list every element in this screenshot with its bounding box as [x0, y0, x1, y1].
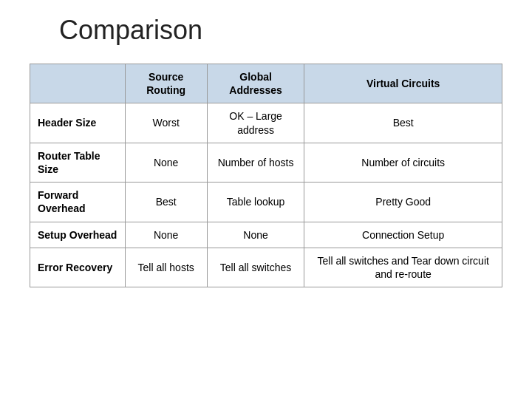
cell-forward-overhead-virtual: Pretty Good — [304, 183, 502, 222]
cell-error-recovery-source: Tell all hosts — [125, 248, 207, 287]
cell-setup-overhead-source: None — [125, 222, 207, 248]
row-label-header-size: Header Size — [30, 103, 126, 143]
page: Comparison Source Routing Global Address… — [0, 0, 532, 399]
cell-header-size-global: OK – Large address — [207, 103, 304, 143]
cell-error-recovery-global: Tell all switches — [207, 248, 304, 287]
cell-router-table-virtual: Number of circuits — [304, 143, 502, 182]
table-header-row: Source Routing Global Addresses Virtual … — [30, 64, 502, 103]
cell-router-table-global: Number of hosts — [207, 143, 304, 182]
col-header-source-routing: Source Routing — [125, 64, 207, 103]
comparison-table: Source Routing Global Addresses Virtual … — [30, 64, 502, 287]
table-container: Source Routing Global Addresses Virtual … — [30, 64, 502, 287]
col-header-global-addresses: Global Addresses — [207, 64, 304, 103]
row-label-setup-overhead: Setup Overhead — [30, 222, 126, 248]
cell-header-size-virtual: Best — [304, 103, 502, 143]
cell-setup-overhead-global: None — [207, 222, 304, 248]
row-label-error-recovery: Error Recovery — [30, 248, 126, 287]
table-row: Setup Overhead None None Connection Setu… — [30, 222, 502, 248]
col-header-virtual-circuits: Virtual Circuits — [304, 64, 502, 103]
cell-forward-overhead-source: Best — [125, 183, 207, 222]
row-label-forward-overhead: Forward Overhead — [30, 183, 126, 222]
cell-header-size-source: Worst — [125, 103, 207, 143]
page-title: Comparison — [59, 15, 202, 46]
cell-router-table-source: None — [125, 143, 207, 182]
col-header-empty — [30, 64, 126, 103]
cell-setup-overhead-virtual: Connection Setup — [304, 222, 502, 248]
cell-error-recovery-virtual: Tell all switches and Tear down circuit … — [304, 248, 502, 287]
table-body: Header Size Worst OK – Large address Bes… — [30, 103, 502, 287]
table-row: Header Size Worst OK – Large address Bes… — [30, 103, 502, 143]
row-label-router-table: Router Table Size — [30, 143, 126, 182]
cell-forward-overhead-global: Table lookup — [207, 183, 304, 222]
table-row: Forward Overhead Best Table lookup Prett… — [30, 183, 502, 222]
table-row: Error Recovery Tell all hosts Tell all s… — [30, 248, 502, 287]
table-row: Router Table Size None Number of hosts N… — [30, 143, 502, 182]
